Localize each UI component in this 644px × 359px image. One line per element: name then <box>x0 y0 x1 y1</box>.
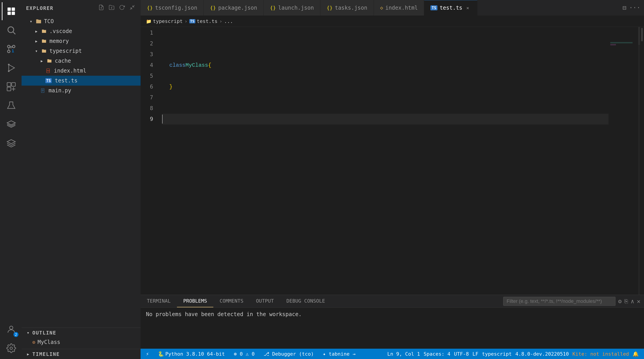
status-errors-warnings[interactable]: ⊗ 0 ⚠ 0 <box>232 349 256 359</box>
chevron-memory <box>33 38 40 44</box>
activity-bar: 1 2 <box>0 0 22 359</box>
panel-maximize-icon[interactable]: ∧ <box>631 298 634 305</box>
status-debugger[interactable]: ⎇ Debugger (tco) <box>262 349 316 359</box>
editor-container[interactable]: 1 2 3 4 5 6 7 8 9 class MyClass { <box>140 27 644 295</box>
tab-test-ts[interactable]: TS test.ts ✕ <box>424 0 478 16</box>
activity-icon-layers[interactable] <box>2 116 20 133</box>
breadcrumb-test-ts[interactable]: TS test.ts <box>189 19 218 24</box>
tab-icon-tasks: {} <box>327 5 333 11</box>
status-encoding[interactable]: UTF-8 <box>452 351 471 357</box>
folder-icon-typescript <box>40 47 48 55</box>
status-remote[interactable]: ⚡ <box>144 349 151 359</box>
panel-tab-terminal[interactable]: TERMINAL <box>140 295 177 307</box>
timeline-header[interactable]: TIMELINE <box>22 349 140 359</box>
tree-item-typescript[interactable]: typescript <box>22 46 140 56</box>
panel-tab-label-terminal: TERMINAL <box>147 298 171 304</box>
minimap-line-4 <box>610 42 632 43</box>
tab-icon-index-html: ◇ <box>380 5 383 11</box>
activity-icon-box[interactable] <box>2 134 20 152</box>
svg-rect-14 <box>7 87 10 91</box>
svg-rect-26 <box>41 89 44 93</box>
file-icon-main-py <box>40 87 47 94</box>
explorer-header: EXPLORER <box>22 0 140 17</box>
more-actions-icon[interactable]: ··· <box>629 4 640 12</box>
new-folder-icon[interactable] <box>108 4 116 13</box>
tree-item-memory[interactable]: memory <box>22 36 140 46</box>
tab-tasks[interactable]: {} tasks.json <box>320 0 374 16</box>
panel-close-icon[interactable]: ✕ <box>637 298 640 305</box>
breadcrumb-sep-2: › <box>220 19 222 24</box>
status-ln-col[interactable]: Ln 9, Col 1 <box>386 351 422 357</box>
ln-col-label: Ln 9, Col 1 <box>387 351 420 357</box>
tree-label-test-ts: test.ts <box>55 78 78 84</box>
activity-icon-accounts[interactable]: 2 <box>2 320 20 338</box>
tree-item-index-html[interactable]: index.html <box>22 66 140 76</box>
cursor <box>162 115 162 124</box>
tab-close-test-ts[interactable]: ✕ <box>464 5 471 11</box>
tree-item-test-ts[interactable]: TS test.ts <box>22 76 140 86</box>
breadcrumb-ellipsis[interactable]: ... <box>224 19 233 24</box>
activity-icon-search[interactable] <box>2 21 20 39</box>
vscrollbar-thumb <box>641 28 643 41</box>
status-ts-version[interactable]: 4.8.0-dev.20220510 <box>514 351 570 357</box>
tab-tsconfig[interactable]: {} tsconfig.json <box>140 0 204 16</box>
code-area[interactable]: class MyClass { } <box>158 27 608 295</box>
panel-copy-icon[interactable]: ⎘ <box>624 298 628 305</box>
breadcrumb-typescript[interactable]: 📁 typescript <box>146 19 182 24</box>
tab-launch[interactable]: {} launch.json <box>264 0 320 16</box>
activity-icon-flask[interactable] <box>2 97 20 115</box>
status-notifications[interactable]: 🔔 <box>631 351 640 357</box>
tree-item-vscode[interactable]: .vscode <box>22 26 140 36</box>
activity-icon-explorer[interactable] <box>2 2 20 20</box>
status-tabnine[interactable]: ✦ tabnine → <box>321 349 358 359</box>
panel-filter-input[interactable] <box>503 297 616 306</box>
chevron-outline <box>25 329 32 336</box>
explorer-title: EXPLORER <box>26 6 54 11</box>
chevron-vscode <box>33 28 40 34</box>
activity-icon-extensions[interactable] <box>2 78 20 96</box>
status-eol[interactable]: LF <box>471 351 480 357</box>
panel-tab-problems[interactable]: PROBLEMS <box>177 295 213 307</box>
tree-item-cache[interactable]: cache <box>22 56 140 66</box>
svg-rect-1 <box>12 8 15 11</box>
editor-vscrollbar[interactable] <box>640 27 644 295</box>
outline-section: OUTLINE ⊙ MyClass <box>22 327 140 349</box>
status-spaces[interactable]: Spaces: 4 <box>422 351 452 357</box>
split-editor-icon[interactable]: ⊟ <box>623 4 626 12</box>
chevron-typescript <box>33 48 40 54</box>
line-num-8: 8 <box>140 103 153 114</box>
panel-tab-label-debug: DEBUG CONSOLE <box>286 298 325 304</box>
tree-item-tco[interactable]: TCO <box>22 17 140 26</box>
chevron-timeline <box>25 351 32 357</box>
panel-filter-icon[interactable]: ⚙ <box>618 298 622 305</box>
breadcrumb-sep-1: › <box>184 19 187 24</box>
class-icon: ⊙ <box>32 339 35 345</box>
panel-tab-label-problems: PROBLEMS <box>183 298 207 304</box>
status-language[interactable]: typescript <box>480 351 513 357</box>
collapse-all-icon[interactable] <box>128 4 136 13</box>
panel-tab-debug-console[interactable]: DEBUG CONSOLE <box>280 295 331 307</box>
new-file-icon[interactable] <box>98 4 105 13</box>
status-python[interactable]: 🐍 Python 3.8.10 64-bit <box>156 349 226 359</box>
refresh-icon[interactable] <box>118 4 126 13</box>
outline-header[interactable]: OUTLINE <box>22 328 140 338</box>
panel-tab-output[interactable]: OUTPUT <box>250 295 280 307</box>
line-num-5: 5 <box>140 71 153 81</box>
panel-tab-comments[interactable]: COMMENTS <box>213 295 250 307</box>
outline-item-myclass[interactable]: ⊙ MyClass <box>22 338 140 347</box>
activity-icon-settings[interactable] <box>2 339 20 357</box>
editor-panel-area: 1 2 3 4 5 6 7 8 9 class MyClass { <box>140 27 644 349</box>
brace-open: { <box>208 62 211 68</box>
tab-icon-test-ts: TS <box>430 6 437 10</box>
tab-package[interactable]: {} package.json <box>204 0 264 16</box>
activity-icon-source-control[interactable]: 1 <box>2 40 20 58</box>
activity-icon-run-debug[interactable] <box>2 59 20 77</box>
tree-label-cache: cache <box>55 58 71 64</box>
tree-item-main-py[interactable]: main.py <box>22 86 140 96</box>
panel-tab-label-comments: COMMENTS <box>220 298 244 304</box>
tab-icon-launch: {} <box>270 5 276 11</box>
tab-index-html[interactable]: ◇ index.html <box>374 0 424 16</box>
svg-point-27 <box>42 89 43 91</box>
status-kite[interactable]: Kite: not installed <box>570 351 631 357</box>
tab-label-index-html: index.html <box>385 5 418 11</box>
